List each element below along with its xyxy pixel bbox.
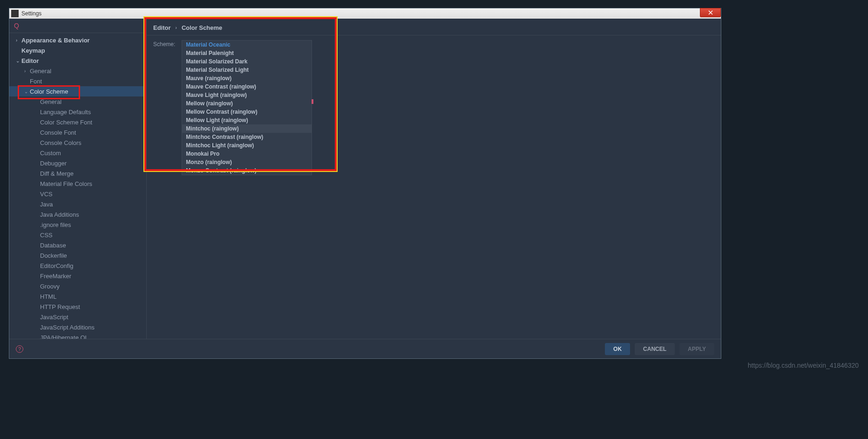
tree-item[interactable]: Diff & Merge <box>9 168 146 178</box>
scheme-option[interactable]: Mintchoc (rainglow) <box>182 124 312 133</box>
scheme-option[interactable]: Mellow Light (rainglow) <box>182 116 312 124</box>
tree-item[interactable]: Console Colors <box>9 137 146 148</box>
scheme-option[interactable]: Mellow Contrast (rainglow) <box>182 108 312 116</box>
tree-item-label: General <box>40 98 61 105</box>
tree-item[interactable]: JavaScript Additions <box>9 322 146 332</box>
tree-item[interactable]: FreeMarker <box>9 271 146 281</box>
chevron-right-icon: › <box>176 25 177 30</box>
scheme-option[interactable]: Mauve Light (rainglow) <box>182 91 312 99</box>
settings-dialog: Settings Q ›Appearance & BehaviorKeymap⌄… <box>9 8 721 359</box>
tree-item[interactable]: Java <box>9 199 146 209</box>
tree-item[interactable]: Database <box>9 240 146 250</box>
tree-item[interactable]: CSS <box>9 230 146 240</box>
tree-item[interactable]: Keymap <box>9 45 146 55</box>
scheme-option[interactable]: Mauve Contrast (rainglow) <box>182 82 312 91</box>
tree-item-label: Font <box>30 78 42 85</box>
close-button[interactable] <box>700 8 721 17</box>
scheme-option[interactable]: Mintchoc Light (rainglow) <box>182 141 312 150</box>
tree-item-label: FreeMarker <box>40 273 71 280</box>
scheme-option[interactable]: Material Solarized Dark <box>182 57 312 66</box>
cancel-button[interactable]: CANCEL <box>635 343 675 355</box>
breadcrumb: Editor › Color Scheme <box>147 19 721 35</box>
apply-button[interactable]: APPLY <box>679 343 714 355</box>
tree-item-label: Dockerfile <box>40 252 67 259</box>
chevron-right-icon: › <box>24 69 30 74</box>
scheme-option[interactable]: Monokai Pro <box>182 150 312 158</box>
tree-item[interactable]: VCS <box>9 189 146 199</box>
breadcrumb-part: Color Scheme <box>182 24 222 31</box>
scheme-option[interactable]: Monzo (rainglow) <box>182 158 312 166</box>
settings-tree: ›Appearance & BehaviorKeymap⌄Editor›Gene… <box>9 33 146 340</box>
search-icon[interactable]: Q <box>14 22 19 29</box>
scheme-dropdown[interactable]: Material OceanicMaterial PalenightMateri… <box>182 40 312 175</box>
tree-item-label: JavaScript <box>40 314 68 321</box>
tree-item-label: Java Additions <box>40 211 79 218</box>
search-row: Q <box>9 19 146 33</box>
window-title: Settings <box>21 10 41 17</box>
dialog-body: Q ›Appearance & BehaviorKeymap⌄Editor›Ge… <box>9 19 721 340</box>
tree-item[interactable]: ⌄Color Scheme <box>9 86 146 96</box>
tree-item-label: Color Scheme <box>30 88 68 95</box>
tree-item[interactable]: Font <box>9 76 146 86</box>
chevron-down-icon: ⌄ <box>16 58 21 63</box>
tree-item-label: HTTP Request <box>40 303 80 310</box>
tree-item-label: CSS <box>40 232 53 239</box>
tree-item[interactable]: Debugger <box>9 158 146 168</box>
tree-item-label: Color Scheme Font <box>40 119 92 126</box>
ok-button[interactable]: OK <box>605 343 630 355</box>
titlebar[interactable]: Settings <box>9 8 721 19</box>
chevron-right-icon: › <box>16 38 21 43</box>
app-icon <box>11 10 19 17</box>
tree-item[interactable]: HTTP Request <box>9 302 146 312</box>
tree-item-label: Custom <box>40 150 61 157</box>
tree-item[interactable]: ›Appearance & Behavior <box>9 35 146 45</box>
tree-item-label: Language Defaults <box>40 109 91 116</box>
tree-item[interactable]: EditorConfig <box>9 261 146 271</box>
tree-item-label: HTML <box>40 293 56 300</box>
dialog-footer: ? OK CANCEL APPLY <box>9 339 721 358</box>
tree-item[interactable]: ›General <box>9 66 146 76</box>
tree-item[interactable]: JavaScript <box>9 312 146 322</box>
sidebar: Q ›Appearance & BehaviorKeymap⌄Editor›Ge… <box>9 19 147 340</box>
scheme-option[interactable]: Material Oceanic <box>182 41 312 49</box>
tree-item[interactable]: Color Scheme Font <box>9 117 146 127</box>
watermark: https://blog.csdn.net/weixin_41846320 <box>748 362 859 369</box>
tree-item-label: Console Colors <box>40 139 81 146</box>
tree-item[interactable]: Groovy <box>9 281 146 291</box>
scheme-option[interactable]: Mellow (rainglow) <box>182 99 312 108</box>
scheme-label: Scheme: <box>153 40 175 48</box>
close-icon <box>708 10 713 15</box>
tree-item-label: Keymap <box>21 47 45 54</box>
scheme-option[interactable]: Material Solarized Light <box>182 66 312 74</box>
tree-item-label: EditorConfig <box>40 262 74 269</box>
tree-item[interactable]: Console Font <box>9 127 146 137</box>
help-icon[interactable]: ? <box>16 345 23 353</box>
tree-item-label: Appearance & Behavior <box>21 37 90 44</box>
tree-item[interactable]: Java Additions <box>9 209 146 220</box>
tree-item[interactable]: Material File Colors <box>9 178 146 189</box>
footer-buttons: OK CANCEL APPLY <box>605 343 714 355</box>
tree-item-label: Material File Colors <box>40 180 92 187</box>
scheme-option[interactable]: Material Palenight <box>182 49 312 57</box>
tree-item-label: Diff & Merge <box>40 170 74 177</box>
tree-item-label: Editor <box>21 57 39 64</box>
tree-item[interactable]: Custom <box>9 148 146 158</box>
tree-item[interactable]: General <box>9 96 146 107</box>
tree-item[interactable]: HTML <box>9 291 146 302</box>
tree-item[interactable]: .ignore files <box>9 220 146 230</box>
tree-item[interactable]: Dockerfile <box>9 250 146 261</box>
tree-item-label: .ignore files <box>40 221 71 228</box>
tree-item[interactable]: Language Defaults <box>9 107 146 117</box>
scheme-option[interactable]: Monzo Contrast (rainglow) <box>182 166 312 175</box>
chevron-down-icon: ⌄ <box>24 89 30 94</box>
tree-item[interactable]: ⌄Editor <box>9 55 146 66</box>
scheme-option[interactable]: Mauve (rainglow) <box>182 74 312 82</box>
scheme-option[interactable]: Mintchoc Contrast (rainglow) <box>182 133 312 141</box>
breadcrumb-part[interactable]: Editor <box>153 24 171 31</box>
tree-item-label: VCS <box>40 191 53 198</box>
main-panel: Editor › Color Scheme Scheme: Material O… <box>147 19 721 340</box>
tree-item-label: JavaScript Additions <box>40 324 95 331</box>
scroll-indicator <box>312 99 313 104</box>
scheme-row: Scheme: Material OceanicMaterial Palenig… <box>147 35 721 180</box>
tree-item-label: Console Font <box>40 129 76 136</box>
